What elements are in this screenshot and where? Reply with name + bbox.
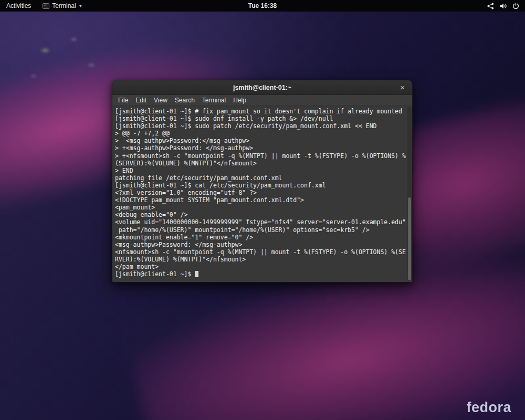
terminal-menubar: File Edit View Search Terminal Help — [112, 95, 412, 106]
chevron-down-icon: ▼ — [79, 4, 82, 8]
window-title: jsmith@client-01:~ — [233, 84, 291, 91]
wallpaper-speckles — [10, 21, 126, 94]
menu-search[interactable]: Search — [171, 95, 198, 105]
menu-view[interactable]: View — [150, 95, 171, 105]
volume-icon[interactable] — [499, 2, 507, 10]
menu-file[interactable]: File — [114, 95, 132, 105]
app-menu-label: Terminal — [52, 2, 76, 9]
fedora-wordmark: fedora — [466, 400, 511, 416]
scrollbar-thumb[interactable] — [408, 197, 411, 280]
system-tray[interactable] — [487, 0, 520, 12]
network-icon[interactable] — [487, 2, 495, 10]
clock[interactable]: Tue 16:38 — [248, 2, 277, 9]
activities-button[interactable]: Activities — [0, 0, 37, 12]
terminal-output: [jsmith@client-01 ~]$ # fix pam_mount so… — [115, 108, 406, 278]
power-icon[interactable] — [512, 2, 520, 10]
terminal-app-icon — [43, 3, 49, 9]
terminal-scrollbar[interactable] — [407, 107, 412, 281]
gnome-top-bar: Activities Terminal ▼ Tue 16:38 — [0, 0, 525, 12]
terminal-window: jsmith@client-01:~ × File Edit View Sear… — [112, 80, 413, 282]
close-button[interactable]: × — [398, 80, 407, 94]
terminal-screen[interactable]: [jsmith@client-01 ~]$ # fix pam_mount so… — [112, 106, 412, 282]
menu-terminal[interactable]: Terminal — [198, 95, 229, 105]
menu-help[interactable]: Help — [229, 95, 250, 105]
app-menu-terminal[interactable]: Terminal ▼ — [37, 0, 87, 12]
window-titlebar[interactable]: jsmith@client-01:~ × — [112, 80, 412, 95]
menu-edit[interactable]: Edit — [132, 95, 150, 105]
terminal-cursor — [195, 271, 198, 277]
